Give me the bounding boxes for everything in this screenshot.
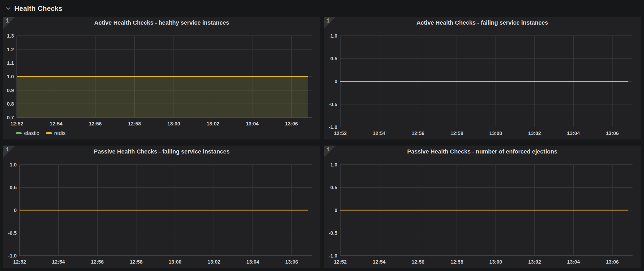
x-tick-label: 13:04 <box>567 259 580 265</box>
x-tick-label: 13:06 <box>285 121 298 127</box>
y-tick-label: -1.0 <box>329 253 337 259</box>
x-tick-label: 12:58 <box>128 121 141 127</box>
x-tick-label: 12:56 <box>89 121 102 127</box>
legend-label: elastic <box>24 130 39 136</box>
x-tick-label: 13:00 <box>167 121 180 127</box>
x-tick-label: 12:52 <box>334 130 347 136</box>
y-tick-label: 0.5 <box>330 185 337 190</box>
chevron-down-icon[interactable] <box>5 5 12 12</box>
y-tick-label: 1.3 <box>7 33 14 39</box>
x-tick-label: 13:00 <box>169 259 182 265</box>
legend-item-elastic[interactable]: elastic <box>16 130 39 136</box>
y-tick-label: 1.0 <box>330 162 337 168</box>
x-tick-label: 12:52 <box>10 121 23 127</box>
info-icon: i <box>6 146 9 153</box>
x-tick-label: 12:58 <box>450 259 463 265</box>
panel-passive-failing: i Passive Health Checks - failing servic… <box>3 146 320 268</box>
y-tick-label: 0.7 <box>7 115 14 120</box>
panel-grid: i Active Health Checks - healthy service… <box>3 17 641 268</box>
x-tick-label: 12:54 <box>52 259 65 265</box>
x-tick-label: 12:54 <box>373 130 386 136</box>
info-icon: i <box>6 17 9 24</box>
x-tick-label: 13:06 <box>606 130 619 136</box>
y-tick-label: 0.9 <box>7 88 14 93</box>
x-tick-label: 13:04 <box>567 130 580 136</box>
time-series-plot: 1.00.50-0.5-1.012:5212:5412:5612:5813:00… <box>325 29 634 138</box>
y-tick-label: -0.5 <box>8 230 17 236</box>
y-tick-label: -1.0 <box>329 124 337 130</box>
legend-label: redis <box>54 130 66 136</box>
legend-swatch <box>16 132 22 134</box>
y-tick-label: -0.5 <box>329 102 337 107</box>
x-tick-label: 12:58 <box>450 130 463 136</box>
chart-area: 1.00.50-0.5-1.012:5212:5412:5612:5813:00… <box>325 29 634 138</box>
x-tick-label: 12:56 <box>411 130 424 136</box>
x-tick-label: 13:02 <box>207 121 220 127</box>
time-series-plot: 1.31.21.11.00.90.80.712:5212:5412:5612:5… <box>5 29 313 128</box>
x-tick-label: 12:52 <box>13 259 26 265</box>
x-tick-label: 12:54 <box>373 259 386 265</box>
panel-info-corner[interactable]: i <box>3 146 15 158</box>
panel-info-corner[interactable]: i <box>3 17 15 29</box>
legend: elasticredis <box>5 128 313 138</box>
panel-title[interactable]: Active Health Checks - failing service i… <box>324 17 641 29</box>
x-tick-label: 12:58 <box>130 259 143 265</box>
x-tick-label: 13:06 <box>285 259 298 265</box>
y-tick-label: 0 <box>334 79 337 84</box>
x-tick-label: 12:56 <box>91 259 104 265</box>
chart-area: 1.00.50-0.5-1.012:5212:5412:5612:5813:00… <box>5 158 313 267</box>
panel-active-healthy: i Active Health Checks - healthy service… <box>3 17 320 139</box>
y-tick-label: 0.8 <box>7 101 14 107</box>
legend-item-redis[interactable]: redis <box>46 130 66 136</box>
y-tick-label: 0.5 <box>330 56 337 61</box>
x-tick-label: 13:04 <box>246 259 259 265</box>
x-tick-label: 13:00 <box>489 259 502 265</box>
series-fill-redis <box>17 77 307 118</box>
panel-title[interactable]: Passive Health Checks - failing service … <box>3 146 320 158</box>
panel-title[interactable]: Active Health Checks - healthy service i… <box>3 17 320 29</box>
panel-info-corner[interactable]: i <box>324 146 336 158</box>
dashboard-page: Health Checks i Active Health Checks - h… <box>0 0 644 271</box>
y-tick-label: 0 <box>14 207 17 213</box>
time-series-plot: 1.00.50-0.5-1.012:5212:5412:5612:5813:00… <box>325 158 634 267</box>
y-tick-label: 1.0 <box>330 33 337 39</box>
x-tick-label: 12:56 <box>411 259 424 265</box>
x-tick-label: 13:02 <box>528 259 541 265</box>
x-tick-label: 13:02 <box>528 130 541 136</box>
y-tick-label: 0 <box>334 207 337 213</box>
info-icon: i <box>326 146 330 153</box>
row-title: Health Checks <box>14 4 62 13</box>
x-tick-label: 13:00 <box>489 130 502 136</box>
x-tick-label: 12:54 <box>49 121 62 127</box>
x-tick-label: 13:06 <box>606 259 619 265</box>
x-tick-label: 13:04 <box>246 121 259 127</box>
x-tick-label: 13:02 <box>207 259 220 265</box>
x-tick-label: 12:52 <box>334 259 347 265</box>
panel-passive-ejections: i Passive Health Checks - number of enfo… <box>324 146 641 268</box>
y-tick-label: 1.0 <box>10 162 17 168</box>
dashboard-row-header[interactable]: Health Checks <box>3 3 641 14</box>
chart-area: 1.00.50-0.5-1.012:5212:5412:5612:5813:00… <box>325 158 634 267</box>
time-series-plot: 1.00.50-0.5-1.012:5212:5412:5612:5813:00… <box>5 158 313 267</box>
y-tick-label: 1.2 <box>7 47 14 52</box>
y-tick-label: 1.1 <box>7 60 14 66</box>
chart-area: 1.31.21.11.00.90.80.712:5212:5412:5612:5… <box>5 29 313 138</box>
y-tick-label: 1.0 <box>7 74 14 80</box>
panel-active-failing: i Active Health Checks - failing service… <box>324 17 641 139</box>
legend-swatch <box>46 132 52 134</box>
y-tick-label: 0.5 <box>10 185 17 190</box>
panel-title[interactable]: Passive Health Checks - number of enforc… <box>324 146 641 158</box>
panel-info-corner[interactable]: i <box>324 17 336 29</box>
y-tick-label: -0.5 <box>329 230 337 236</box>
y-tick-label: -1.0 <box>8 253 17 259</box>
info-icon: i <box>326 17 330 24</box>
